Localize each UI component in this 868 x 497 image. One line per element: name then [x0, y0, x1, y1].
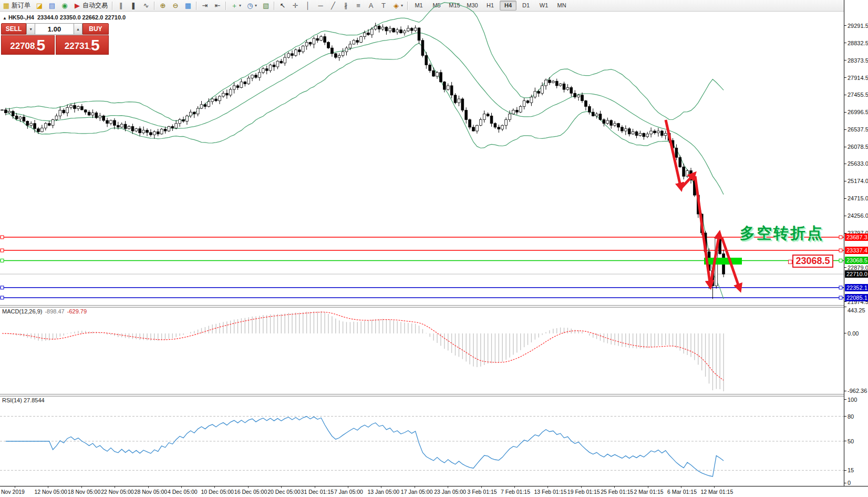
candle-body — [74, 105, 76, 108]
candle-body — [679, 157, 681, 167]
time-tick-label: 7 Feb 01:15 — [501, 489, 530, 495]
axis-tick-mark — [844, 181, 846, 181]
buy-price-pip: 5 — [91, 37, 100, 53]
candle-body — [675, 148, 678, 157]
candle-body — [534, 92, 536, 97]
candle-body — [34, 124, 36, 129]
buy-button[interactable]: BUY — [82, 23, 109, 35]
main-chart-pane[interactable] — [0, 0, 844, 306]
candle-body — [592, 112, 594, 116]
time-tick-mark — [281, 486, 282, 488]
rsi-pane[interactable] — [0, 395, 844, 486]
price-callout-label[interactable]: 23068.5 — [792, 255, 833, 268]
time-tick-label: 19 Feb 01:15 — [567, 489, 600, 495]
candle-body — [19, 117, 22, 119]
candle-body — [110, 120, 112, 124]
candle-body — [182, 120, 185, 121]
candle-body — [117, 125, 119, 127]
candle-body — [55, 116, 58, 119]
sell-price[interactable]: 22708.5 — [1, 35, 55, 55]
candle-body — [683, 167, 685, 176]
candle-body — [309, 42, 312, 44]
symbol-collapse-icon[interactable]: ▲ — [3, 16, 7, 21]
candle-body — [342, 52, 344, 55]
turning-point-annotation[interactable]: 多空转折点 — [740, 223, 824, 244]
candle-body — [41, 128, 44, 131]
candle-body — [305, 42, 308, 46]
volume-increase-button[interactable]: ▲ — [74, 23, 82, 35]
volume-decrease-button[interactable]: ▼ — [26, 23, 35, 35]
volume-input[interactable] — [35, 23, 74, 35]
highlight-rectangle-annotation[interactable] — [704, 258, 742, 265]
candle-body — [549, 80, 551, 83]
line-anchor-handle[interactable] — [1, 236, 4, 239]
candle-body — [381, 27, 384, 29]
buy-price[interactable]: 22731.5 — [56, 35, 109, 55]
candle-body — [59, 110, 61, 116]
time-tick-label: 3 Feb 01:15 — [468, 489, 497, 495]
axis-tick-mark — [844, 470, 846, 471]
candle-body — [443, 82, 446, 89]
line-anchor-handle[interactable] — [1, 249, 4, 252]
candle-body — [262, 69, 264, 73]
macd-label: MACD(12,26,9)-898.47-629.79 — [2, 308, 87, 315]
time-axis[interactable]: Nov 201912 Nov 05:0018 Nov 05:0022 Nov 0… — [0, 486, 868, 497]
time-tick-mark — [581, 486, 582, 488]
line-anchor-handle[interactable] — [1, 259, 4, 262]
sell-price-int: 22708 — [10, 39, 35, 53]
time-tick-mark — [248, 486, 249, 488]
line-anchor-handle[interactable] — [1, 286, 4, 289]
time-tick-label: 23 Jan 05:00 — [434, 489, 466, 495]
line-anchor-handle[interactable] — [839, 286, 842, 289]
candle-body — [479, 120, 482, 126]
axis-tick-mark — [844, 301, 846, 302]
axis-price-badge: 22085.1 — [845, 294, 868, 301]
candle-body — [259, 73, 261, 77]
sell-button[interactable]: SELL — [1, 23, 26, 35]
time-tick-label: 20 Dec 05:00 — [267, 489, 300, 495]
axis-tick-label: 24256.0 — [848, 212, 868, 219]
sell-price-pip: 5 — [37, 37, 46, 53]
candle-body — [469, 120, 471, 127]
time-tick-mark — [214, 486, 215, 488]
candle-body — [91, 113, 94, 115]
line-anchor-handle[interactable] — [839, 296, 842, 299]
candle-body — [389, 28, 391, 31]
candle-body — [360, 37, 363, 43]
candle-body — [153, 132, 156, 135]
line-anchor-handle[interactable] — [839, 249, 842, 252]
line-anchor-handle[interactable] — [1, 296, 4, 299]
time-tick-mark — [514, 486, 515, 488]
candle-body — [128, 126, 130, 128]
price-axis[interactable]: 29291.528832.528373.527914.527455.526996… — [844, 0, 868, 486]
candle-body — [302, 46, 304, 52]
candle-body — [621, 127, 624, 131]
macd-pane[interactable] — [0, 307, 844, 394]
axis-tick-label: 27914.5 — [848, 75, 868, 81]
candle-body — [219, 96, 221, 101]
line-anchor-handle[interactable] — [839, 259, 842, 262]
candle-body — [66, 108, 69, 113]
candle-body — [643, 133, 645, 136]
rsi-pane-separator[interactable] — [0, 394, 868, 397]
time-tick-mark — [115, 486, 115, 488]
candle-body — [483, 114, 485, 120]
candle-body — [588, 106, 591, 112]
trend-arrow-annotation[interactable] — [695, 176, 710, 286]
callout-anchor-handle[interactable] — [788, 260, 792, 264]
candle-body — [541, 86, 544, 93]
candle-body — [273, 65, 275, 67]
candle-body — [418, 28, 420, 40]
candle-body — [538, 92, 540, 94]
line-anchor-handle[interactable] — [839, 236, 842, 239]
time-tick-mark — [15, 486, 15, 488]
candle-body — [12, 111, 14, 116]
candle-body — [577, 95, 580, 97]
candle-body — [251, 75, 254, 78]
macd-pane-separator[interactable] — [0, 305, 868, 308]
axis-tick-mark — [844, 307, 846, 307]
candle-body — [410, 28, 413, 31]
axis-tick-mark — [844, 25, 846, 26]
time-tick-label: 12 Mar 01:15 — [700, 489, 733, 495]
axis-tick-label: 80 — [848, 413, 854, 420]
